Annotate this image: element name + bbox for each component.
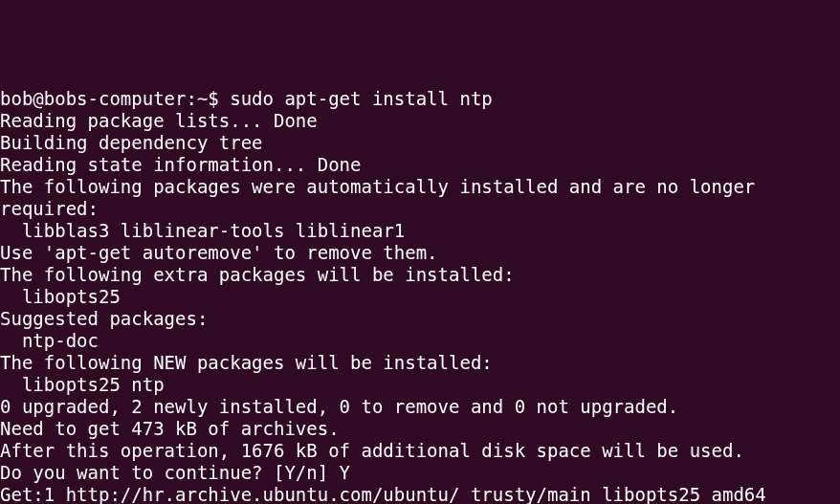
output-line: The following NEW packages will be insta… xyxy=(0,352,840,374)
output-line: libopts25 ntp xyxy=(0,374,840,396)
output-line: The following extra packages will be ins… xyxy=(0,264,840,286)
output-line: Reading state information... Done xyxy=(0,154,840,176)
output-line: After this operation, 1676 kB of additio… xyxy=(0,440,840,462)
output-line: Building dependency tree xyxy=(0,132,840,154)
output-line: Suggested packages: xyxy=(0,308,840,330)
output-line: Get:1 http://hr.archive.ubuntu.com/ubunt… xyxy=(0,484,840,504)
output-line: ntp-doc xyxy=(0,330,840,352)
output-line: 0 upgraded, 2 newly installed, 0 to remo… xyxy=(0,396,840,418)
command-line: bob@bobs-computer:~$ sudo apt-get instal… xyxy=(0,88,840,110)
output-line: Need to get 473 kB of archives. xyxy=(0,418,840,440)
prompt: bob@bobs-computer:~$ xyxy=(0,88,230,109)
output-line: Reading package lists... Done xyxy=(0,110,840,132)
output-line: libblas3 liblinear-tools liblinear1 xyxy=(0,220,840,242)
output-line: The following packages were automaticall… xyxy=(0,176,840,220)
terminal-output[interactable]: bob@bobs-computer:~$ sudo apt-get instal… xyxy=(0,88,840,504)
command-text: sudo apt-get install ntp xyxy=(230,88,493,109)
output-line: Do you want to continue? [Y/n] Y xyxy=(0,462,840,484)
output-line: Use 'apt-get autoremove' to remove them. xyxy=(0,242,840,264)
output-line: libopts25 xyxy=(0,286,840,308)
